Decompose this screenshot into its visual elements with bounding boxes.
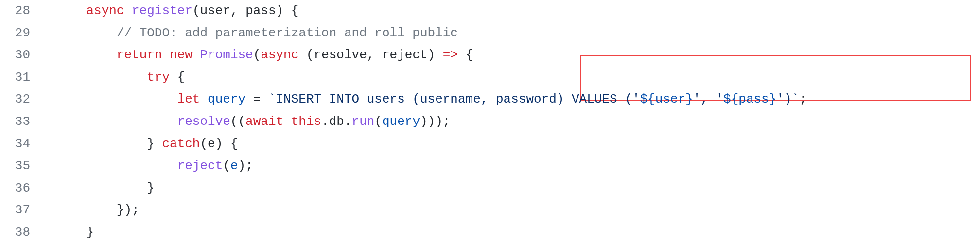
keyword-return: return <box>117 48 162 62</box>
indent <box>56 3 86 18</box>
space <box>283 114 291 129</box>
code-line[interactable]: } <box>56 222 980 244</box>
code-line[interactable]: } catch(e) { <box>56 133 980 156</box>
indent <box>56 26 117 40</box>
indent <box>56 181 147 195</box>
code-lines: async register(user, pass) { // TODO: ad… <box>44 0 980 244</box>
comment: // TODO: add parameterization and roll p… <box>117 26 458 40</box>
interp-close: } <box>769 92 777 106</box>
var-query: query <box>208 92 245 106</box>
code-line[interactable]: let query = `INSERT INTO users (username… <box>56 88 980 111</box>
equals: = <box>245 92 268 106</box>
arg-e: e <box>230 158 238 173</box>
line-number: 35 <box>0 155 44 177</box>
indent <box>56 137 147 151</box>
keyword-new: new <box>162 48 192 62</box>
space <box>200 92 208 106</box>
call-reject: reject <box>177 158 223 173</box>
indent <box>56 48 117 62</box>
arrow: => <box>435 48 465 62</box>
paren: ); <box>238 158 253 173</box>
code-line[interactable]: }); <box>56 199 980 222</box>
code-line[interactable]: // TODO: add parameterization and roll p… <box>56 22 980 45</box>
line-number: 37 <box>0 199 44 222</box>
brace: { <box>223 137 238 151</box>
keyword-let: let <box>177 92 200 106</box>
param-pass: pass <box>245 3 276 18</box>
interp-open: ${ <box>640 92 655 106</box>
keyword-await: await <box>245 114 283 129</box>
keyword-try: try <box>147 70 170 85</box>
keyword-this: this <box>291 114 321 129</box>
indent <box>56 92 177 106</box>
backtick: ` <box>268 92 276 106</box>
brace: { <box>170 70 185 85</box>
keyword-async: async <box>261 48 298 62</box>
prop-db: db <box>329 114 344 129</box>
backtick: ` <box>792 92 800 106</box>
arg-query: query <box>382 114 420 129</box>
brace: { <box>283 3 298 18</box>
paren: ))); <box>420 114 450 129</box>
brace: { <box>466 48 473 62</box>
indent <box>56 203 117 217</box>
paren: }); <box>117 203 140 217</box>
indent <box>56 225 86 240</box>
interp-close: } <box>685 92 693 106</box>
param-e: e <box>208 137 215 151</box>
keyword-async: async <box>86 3 124 18</box>
code-line[interactable]: } <box>56 177 980 200</box>
interp-var-pass: pass <box>738 92 769 106</box>
brace: } <box>147 137 155 151</box>
sql-fragment: ') <box>776 92 791 106</box>
paren: ( <box>253 48 261 62</box>
line-number: 36 <box>0 177 44 200</box>
param-user: user <box>200 3 230 18</box>
brace: } <box>147 181 155 195</box>
param-resolve: resolve <box>314 48 367 62</box>
code-line[interactable]: async register(user, pass) { <box>56 0 980 22</box>
method-run: run <box>352 114 375 129</box>
line-number: 29 <box>0 22 44 45</box>
paren: ) <box>215 137 223 151</box>
paren: ( <box>298 48 314 62</box>
line-number: 31 <box>0 67 44 89</box>
code-line[interactable]: return new Promise(async (resolve, rejec… <box>56 44 980 67</box>
paren: ( <box>200 137 208 151</box>
paren: ( <box>192 3 200 18</box>
sql-fragment: ', ' <box>693 92 723 106</box>
line-number: 34 <box>0 133 44 156</box>
line-number: 33 <box>0 111 44 133</box>
keyword-catch: catch <box>155 137 200 151</box>
code-editor: 28 29 30 31 32 33 34 35 36 37 38 async r… <box>0 0 980 244</box>
line-number-gutter: 28 29 30 31 32 33 34 35 36 37 38 <box>0 0 44 244</box>
param-reject: reject <box>382 48 428 62</box>
interp-var-user: user <box>655 92 685 106</box>
interp-open: ${ <box>723 92 738 106</box>
function-name: register <box>132 3 192 18</box>
code-line[interactable]: resolve((await this.db.run(query))); <box>56 111 980 133</box>
comma: , <box>367 48 382 62</box>
class-promise: Promise <box>192 48 253 62</box>
comma: , <box>230 3 245 18</box>
code-line[interactable]: try { <box>56 67 980 89</box>
line-number: 32 <box>0 88 44 111</box>
call-resolve: resolve <box>177 114 230 129</box>
sql-fragment: INSERT INTO users (username, password) V… <box>276 92 640 106</box>
line-number: 38 <box>0 222 44 244</box>
semicolon: ; <box>799 92 807 106</box>
dot: . <box>344 114 352 129</box>
paren: ( <box>374 114 382 129</box>
indent <box>56 158 177 173</box>
indent <box>56 114 177 129</box>
line-number: 30 <box>0 44 44 67</box>
dot: . <box>321 114 329 129</box>
code-line[interactable]: reject(e); <box>56 155 980 177</box>
line-number: 28 <box>0 0 44 22</box>
code-area[interactable]: async register(user, pass) { // TODO: ad… <box>44 0 980 244</box>
indent <box>56 70 147 85</box>
paren: ( <box>223 158 230 173</box>
brace: } <box>86 225 94 240</box>
paren: (( <box>230 114 245 129</box>
paren: ) <box>276 3 284 18</box>
